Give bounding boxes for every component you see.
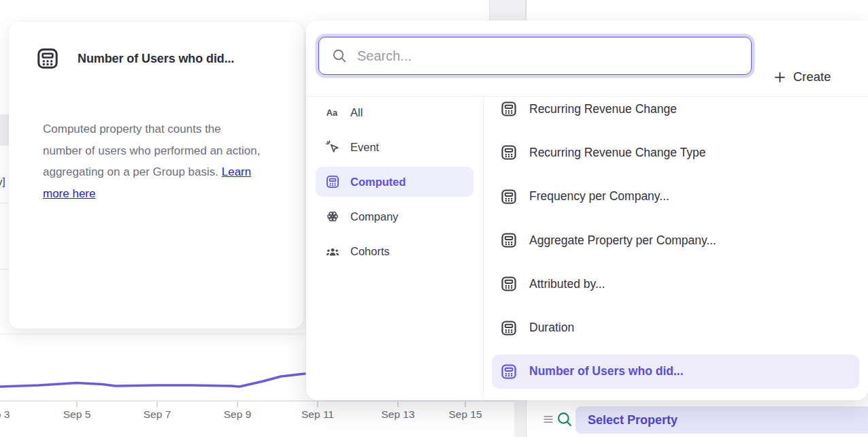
property-result-inner[interactable]: Number of Users who did... — [492, 355, 859, 389]
tooltip-description: Computed property that counts the number… — [43, 118, 291, 204]
category-label: Cohorts — [350, 245, 390, 258]
x-axis-tick — [397, 402, 399, 407]
tooltip-header: Number of Users who did... — [9, 22, 303, 71]
property-result-inner[interactable]: Recurring Revenue Change — [492, 92, 859, 126]
property-result-inner[interactable]: Duration — [492, 311, 859, 345]
property-result-inner[interactable]: Aggregate Property per Company... — [492, 223, 859, 257]
tooltip-description-line: aggregating on a per Group basis. Learn — [43, 161, 291, 183]
search-icon — [331, 48, 348, 64]
property-result-item[interactable]: Recurring Revenue Change Type — [483, 131, 868, 174]
category-icon — [325, 140, 340, 155]
tooltip-description-line: number of users who performed an action, — [43, 140, 291, 162]
x-axis: Sep 3 Sep 5 Sep 7 Sep 9 — [0, 400, 514, 437]
app-window: y] Sep 3 Sep 5 Sep 7 — [0, 0, 868, 437]
create-button[interactable]: Create — [773, 65, 831, 88]
category-label: All — [350, 106, 363, 119]
x-axis-tick — [76, 402, 78, 407]
x-axis-label: Sep 13 — [381, 408, 414, 421]
tooltip-description-line: Computed property that counts the — [43, 118, 291, 140]
calculator-icon — [500, 363, 518, 381]
category-item[interactable]: Company — [316, 201, 473, 231]
background-header-card — [0, 0, 490, 20]
calculator-icon — [500, 144, 518, 161]
property-result-item[interactable]: Aggregate Property per Company... — [483, 218, 868, 262]
category-label: Computed — [350, 176, 406, 189]
property-result-label: Frequency per Company... — [529, 189, 669, 204]
property-tooltip: Number of Users who did... Computed prop… — [9, 22, 303, 329]
property-result-inner[interactable]: Recurring Revenue Change Type — [492, 135, 859, 169]
property-picker-dropdown: Create All Event — [306, 20, 868, 400]
category-label: Event — [350, 141, 379, 154]
property-result-label: Recurring Revenue Change — [529, 102, 677, 116]
learn-more-link[interactable]: Learn — [222, 165, 251, 178]
select-property-button[interactable]: Select Property — [575, 406, 868, 434]
clipped-control-fragment — [0, 114, 9, 146]
x-axis-label: Sep 3 — [0, 408, 10, 421]
property-result-label: Number of Users who did... — [529, 364, 684, 378]
x-axis-tick — [317, 402, 318, 407]
search-input[interactable] — [357, 48, 751, 64]
property-result-label: Attributed by... — [529, 277, 605, 291]
section-divider — [0, 334, 306, 334]
x-axis-label: Sep 7 — [144, 408, 171, 421]
property-result-inner[interactable]: Frequency per Company... — [492, 180, 859, 214]
property-result-item[interactable]: Attributed by... — [483, 262, 868, 306]
calculator-icon — [500, 275, 518, 293]
x-axis-label: Sep 15 — [448, 408, 482, 421]
category-label: Company — [350, 210, 399, 223]
category-item[interactable]: All — [316, 97, 473, 127]
category-item[interactable]: Computed — [316, 167, 473, 197]
category-icon — [325, 209, 340, 224]
tooltip-description-line: more here — [43, 183, 291, 205]
calculator-icon — [500, 188, 518, 206]
calculator-icon — [500, 319, 518, 337]
search-box[interactable] — [318, 37, 752, 75]
x-axis-label: Sep 11 — [301, 408, 334, 421]
property-results-list: Recurring Revenue Change Recurring Reven… — [483, 87, 868, 400]
property-result-item[interactable]: Frequency per Company... — [483, 175, 868, 218]
line-chart — [0, 368, 313, 400]
property-result-item[interactable]: Number of Users who did... — [483, 350, 868, 393]
create-button-label: Create — [793, 69, 831, 84]
x-axis-label: Sep 5 — [63, 408, 91, 421]
property-result-label: Aggregate Property per Company... — [529, 233, 716, 248]
clipped-text-fragment: y] — [0, 176, 5, 187]
category-icon — [325, 174, 340, 189]
category-item[interactable]: Event — [316, 132, 473, 162]
category-list: All Event Computed — [306, 96, 483, 400]
x-axis-label: Sep 9 — [224, 408, 252, 421]
x-axis-tick — [237, 402, 238, 407]
tooltip-title: Number of Users who did... — [78, 52, 234, 66]
calculator-icon — [500, 100, 518, 118]
property-result-inner[interactable]: Attributed by... — [492, 267, 859, 301]
property-search-icon[interactable] — [556, 410, 573, 428]
property-result-item[interactable]: Duration — [483, 306, 868, 349]
calculator-icon — [500, 231, 518, 249]
plus-icon — [773, 70, 787, 84]
property-result-item[interactable]: Recurring Revenue Change — [483, 87, 868, 131]
drag-handle-icon[interactable] — [541, 412, 555, 426]
select-property-label: Select Property — [588, 413, 678, 427]
category-icon — [325, 244, 340, 259]
property-result-label: Recurring Revenue Change Type — [529, 146, 705, 160]
x-axis-tick — [156, 402, 158, 407]
row-divider — [0, 203, 9, 204]
category-icon — [325, 105, 340, 120]
row-divider — [0, 269, 9, 270]
property-result-label: Duration — [529, 321, 574, 335]
line-series — [0, 374, 305, 387]
category-item[interactable]: Cohorts — [316, 236, 473, 266]
calculator-icon — [35, 46, 60, 71]
x-axis-tick — [465, 402, 466, 407]
learn-more-link[interactable]: more here — [43, 187, 95, 200]
